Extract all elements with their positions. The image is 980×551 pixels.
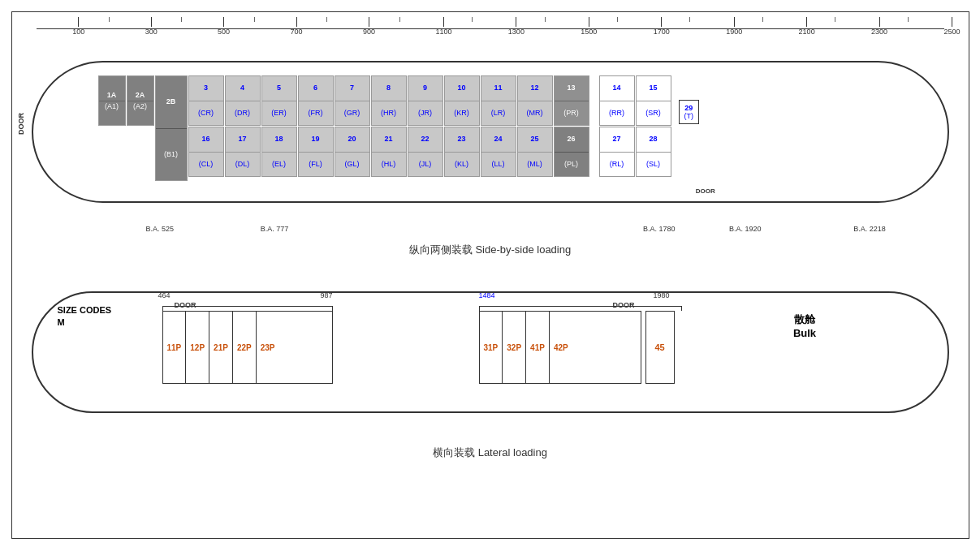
bay-12p: 12P [186, 312, 209, 383]
bay-11p: 11P [163, 312, 187, 383]
bay-9jr: 9 (JR) [408, 75, 443, 126]
bay-21hl: 21 (HL) [371, 127, 407, 177]
bay-14rr: 14 (RR) [599, 75, 635, 126]
bay-28sl: 28 (SL) [636, 127, 671, 177]
top-diagram: DOOR 1A (A1) 2A (A2) 2B (B1) [12, 41, 969, 260]
bay-13pr: 13 (PR) [554, 75, 589, 126]
door-label-top-mid: DOOR [696, 187, 715, 195]
bay-20gl: 20 (GL) [335, 127, 370, 177]
bay-6fr: 6 (FR) [298, 75, 334, 126]
bulk-area: 散舱 Bulk [690, 312, 920, 339]
dim-1484: 1484 [479, 291, 495, 299]
ba-525: B.A. 525 [145, 225, 174, 233]
bay-21p: 21P [209, 312, 233, 383]
bay-5er: 5 (ER) [261, 75, 297, 126]
size-codes-block: SIZE CODES M [58, 304, 112, 329]
ba-1780: B.A. 1780 [643, 225, 676, 233]
bay-4dr: 4 (DR) [225, 75, 261, 126]
bay-7gr: 7 (GR) [335, 75, 370, 126]
bay-17dl: 17 (DL) [225, 127, 261, 177]
bay-24ll: 24 (LL) [481, 127, 516, 177]
bay-2a: 2A (A2) [127, 75, 154, 126]
bay-1a: 1A (A1) [98, 75, 126, 126]
bay-29t: 29 (T) [679, 100, 700, 124]
dim-987: 987 [321, 291, 333, 299]
hold-box-1: 11P 12P 21P 22P 23P [162, 311, 333, 384]
fuselage-top: 1A (A1) 2A (A2) 2B (B1) [32, 61, 949, 203]
bay-45: 45 [645, 311, 675, 384]
ruler: 1003005007009001100130015001700190021002… [12, 17, 969, 40]
bay-23kl: 23 (KL) [444, 127, 480, 177]
bay-22p: 22P [233, 312, 257, 383]
ba-777: B.A. 777 [261, 225, 289, 233]
bottom-diagram: SIZE CODES M 464 987 1484 1980 DOOR DOOR… [12, 272, 969, 467]
hold-box-2: 31P 32P 41P 42P [479, 311, 641, 384]
ba-1920: B.A. 1920 [729, 225, 762, 233]
bay-10kr: 10 (KR) [444, 75, 480, 126]
ba-2218: B.A. 2218 [853, 225, 886, 233]
bay-27rl: 27 (RL) [599, 127, 635, 177]
bay-11lr: 11 (LR) [481, 75, 516, 126]
bay-22jl: 22 (JL) [408, 127, 443, 177]
bay-32p: 32P [503, 312, 526, 383]
bay-19fl: 19 (FL) [298, 127, 334, 177]
bay-23p: 23P [257, 312, 279, 383]
bay-25ml: 25 (ML) [517, 127, 553, 177]
door-label-left: DOOR [17, 113, 25, 135]
main-container: 1003005007009001100130015001700190021002… [11, 11, 969, 539]
bay-3cr: 3 (CR) [188, 75, 224, 126]
bay-31p: 31P [480, 312, 503, 383]
bay-2b: 2B (B1) [155, 75, 188, 181]
bay-12mr: 12 (MR) [517, 75, 553, 126]
bay-42p: 42P [550, 312, 572, 383]
bay-18el: 18 (EL) [261, 127, 297, 177]
top-title: 纵向两侧装载 Side-by-side loading [12, 243, 969, 257]
bay-41p: 41P [526, 312, 550, 383]
dim-1980: 1980 [654, 291, 670, 299]
dim-464: 464 [158, 291, 171, 299]
bay-15sr: 15 (SR) [636, 75, 671, 126]
bottom-title: 横向装载 Lateral loading [12, 446, 969, 460]
bay-8hr: 8 (HR) [371, 75, 407, 126]
bay-26pl: 26 (PL) [554, 127, 589, 177]
bay-16cl: 16 (CL) [188, 127, 224, 177]
